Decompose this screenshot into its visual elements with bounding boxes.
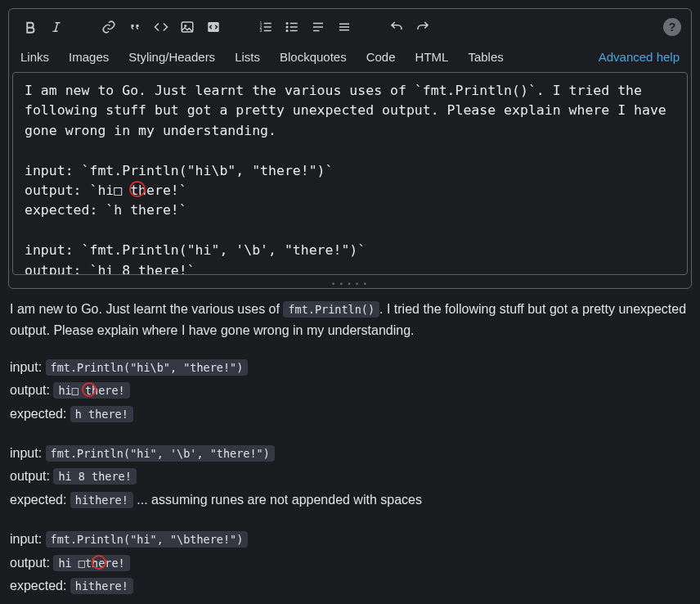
code-input: fmt.Println("hi", "\bthere!") [46,531,249,548]
svg-point-1 [184,25,186,27]
label-input: input: [10,360,46,374]
label-input: input: [10,446,46,460]
svg-text:3: 3 [260,28,262,33]
image-button[interactable] [176,16,199,38]
undo-button[interactable] [385,16,408,38]
format-toolbar: 123 ? [9,9,691,45]
tab-styling[interactable]: Styling/Headers [128,50,215,64]
code-input: fmt.Println("hi", '\b', "there!") [46,445,275,462]
tab-tables[interactable]: Tables [468,50,503,64]
editor-textarea[interactable]: I am new to Go. Just learnt the various … [12,72,688,275]
example-block: input: fmt.Println("hi", '\b', "there!")… [10,443,690,511]
label-expected: expected: [10,579,70,593]
code-output: hi □there! [53,555,129,571]
intro-code: fmt.Println() [283,301,379,318]
quote-button[interactable] [123,16,146,38]
label-output: output: [10,469,53,483]
preview-pane: I am new to Go. Just learnt the various … [8,289,692,597]
help-button[interactable]: ? [663,18,681,36]
code-expected: h there! [70,406,133,422]
label-expected: expected: [10,493,70,507]
tab-code[interactable]: Code [366,50,396,64]
tab-blockquotes[interactable]: Blockquotes [280,50,347,64]
example-block: input: fmt.Println("hi", "\bthere!") out… [10,529,690,597]
unordered-list-button[interactable] [280,16,303,38]
tab-html[interactable]: HTML [415,50,449,64]
code-expected: hithere! [70,578,133,594]
svg-point-7 [286,26,289,29]
bold-button[interactable] [19,16,42,38]
resize-grip[interactable]: • • • • • [9,278,691,288]
code-button[interactable] [150,16,173,38]
heading-button[interactable] [307,16,330,38]
redo-button[interactable] [411,16,434,38]
italic-button[interactable] [45,16,68,38]
code-expected: hithere! [70,492,133,508]
preview-intro: I am new to Go. Just learnt the various … [10,299,690,342]
label-output: output: [10,383,53,397]
label-input: input: [10,532,46,546]
note-text: ... assuming runes are not appended with… [133,493,422,507]
link-button[interactable] [97,16,120,38]
editor-content[interactable]: I am new to Go. Just learnt the various … [13,73,687,275]
tab-images[interactable]: Images [69,50,109,64]
snippet-button[interactable] [202,16,225,38]
code-input: fmt.Println("hi\b", "there!") [46,359,249,376]
hr-button[interactable] [333,16,356,38]
tab-links[interactable]: Links [20,50,49,64]
help-tabs: Links Images Styling/Headers Lists Block… [9,45,691,72]
svg-point-8 [286,29,289,32]
code-output: hi 8 there! [53,468,136,485]
label-output: output: [10,556,53,570]
advanced-help-link[interactable]: Advanced help [599,50,680,64]
intro-text: I am new to Go. Just learnt the various … [10,302,283,316]
editor-panel: 123 ? Links Images Styling/Headers Lists… [8,8,692,289]
tab-lists[interactable]: Lists [235,50,260,64]
code-output: hi□ there! [53,382,129,399]
example-block: input: fmt.Println("hi\b", "there!") out… [10,357,690,425]
svg-point-6 [286,22,289,25]
ordered-list-button[interactable]: 123 [254,16,277,38]
label-expected: expected: [10,407,70,421]
